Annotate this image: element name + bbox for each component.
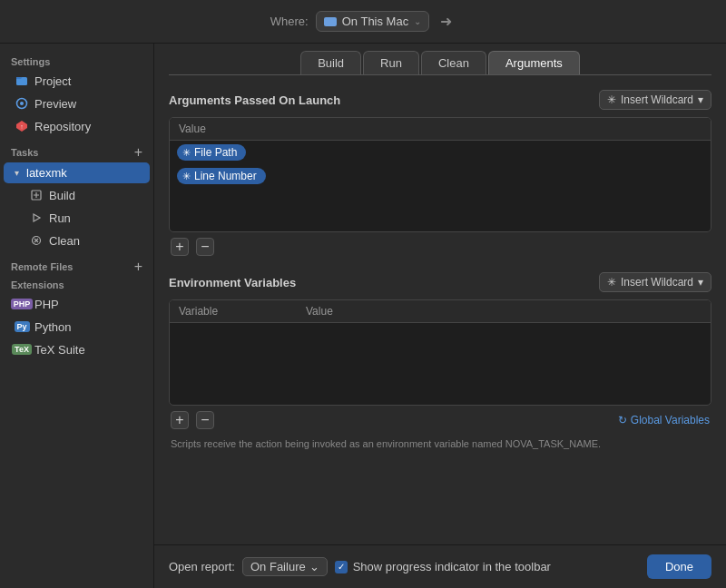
sidebar-preview-label: Preview xyxy=(34,97,76,111)
inner-content: Arguments Passed On Launch ✳ Insert Wild… xyxy=(154,75,726,544)
arg-tag-filepath[interactable]: ✳ File Path xyxy=(177,144,246,161)
wildcard-star-icon: ✳ xyxy=(607,93,616,106)
table-row: ✳ Line Number xyxy=(170,164,711,188)
tab-build[interactable]: Build xyxy=(300,51,361,74)
top-bar: Where: On This Mac ⌄ ➜ xyxy=(0,0,726,44)
content-area: Build Run Clean Arguments Arguments Pass… xyxy=(154,44,726,588)
php-icon: PHP xyxy=(15,297,29,311)
env-value-header: Value xyxy=(306,305,333,318)
on-failure-dropdown[interactable]: On Failure ⌄ xyxy=(242,557,328,576)
add-task-button[interactable]: + xyxy=(134,145,142,160)
remote-files-section-header: Remote Files xyxy=(11,261,73,272)
settings-section-header: Settings xyxy=(0,53,153,69)
tex-icon: TeX xyxy=(15,342,29,357)
latexmk-label: latexmk xyxy=(26,166,67,180)
sidebar-item-repository[interactable]: ↑ Repository xyxy=(4,115,150,137)
arguments-section-title: Arguments Passed On Launch xyxy=(169,93,340,107)
tasks-section-header: Tasks xyxy=(11,147,38,158)
star-icon: ✳ xyxy=(182,171,191,182)
remove-arg-button[interactable]: − xyxy=(196,238,214,256)
chevron-icon: ▾ xyxy=(15,168,19,178)
preview-icon xyxy=(15,96,29,111)
table-row: ✳ File Path xyxy=(170,141,711,164)
env-wildcard-chevron-icon: ▾ xyxy=(698,276,703,289)
where-dropdown[interactable]: On This Mac ⌄ xyxy=(316,11,429,32)
add-env-button[interactable]: + xyxy=(171,411,189,429)
build-label: Build xyxy=(49,189,75,202)
add-arg-button[interactable]: + xyxy=(171,238,189,256)
run-icon xyxy=(29,211,44,225)
env-section-title: Environment Variables xyxy=(169,276,296,289)
tab-arguments[interactable]: Arguments xyxy=(488,51,580,74)
insert-wildcard-button[interactable]: ✳ Insert Wildcard ▾ xyxy=(599,90,711,110)
sidebar-item-php[interactable]: PHP PHP xyxy=(4,293,150,315)
sidebar-item-preview[interactable]: Preview xyxy=(4,93,150,114)
wildcard-chevron-icon: ▾ xyxy=(698,93,703,106)
remove-env-button[interactable]: − xyxy=(196,411,214,429)
sidebar-item-build[interactable]: Build xyxy=(4,184,150,206)
main-layout: Settings Project Preview xyxy=(0,44,726,588)
done-button[interactable]: Done xyxy=(647,554,711,579)
build-icon xyxy=(29,188,44,202)
tabs-bar: Build Run Clean Arguments xyxy=(154,44,726,74)
args-table-controls: + − xyxy=(169,232,711,261)
sidebar-item-latexmk[interactable]: ▾ latexmk xyxy=(4,162,150,183)
sidebar-project-label: Project xyxy=(34,74,71,88)
python-icon: Py xyxy=(15,319,29,334)
sidebar-repository-label: Repository xyxy=(34,120,91,133)
scripts-note: Scripts receive the action being invoked… xyxy=(169,438,711,449)
env-wildcard-star-icon: ✳ xyxy=(607,276,616,289)
php-label: PHP xyxy=(34,298,59,311)
sidebar-item-python[interactable]: Py Python xyxy=(4,316,150,338)
bottom-bar: Open report: On Failure ⌄ ✓ Show progres… xyxy=(154,544,726,588)
python-label: Python xyxy=(34,320,71,334)
repo-icon: ↑ xyxy=(15,119,29,133)
tab-clean[interactable]: Clean xyxy=(421,51,486,74)
env-table-header: Variable Value xyxy=(170,300,711,323)
clean-icon xyxy=(29,233,44,248)
mac-icon xyxy=(324,17,337,26)
sidebar-item-clean[interactable]: Clean xyxy=(4,230,150,251)
sidebar-item-run[interactable]: Run xyxy=(4,207,150,229)
global-variables-button[interactable]: ↻ Global Variables xyxy=(618,414,710,426)
args-table-header: Value xyxy=(170,118,711,141)
env-table-body xyxy=(170,323,711,405)
folder-icon xyxy=(15,74,29,88)
svg-text:↑: ↑ xyxy=(20,123,24,130)
env-insert-wildcard-button[interactable]: ✳ Insert Wildcard ▾ xyxy=(599,272,711,292)
show-progress-row: ✓ Show progress indicator in the toolbar xyxy=(335,560,551,573)
nav-forward-icon[interactable]: ➜ xyxy=(437,11,456,32)
tex-label: TeX Suite xyxy=(34,343,85,357)
chevron-down-icon: ⌄ xyxy=(414,16,421,26)
arguments-section-header-row: Arguments Passed On Launch ✳ Insert Wild… xyxy=(169,90,711,110)
args-value-header: Value xyxy=(179,122,206,135)
env-table: Variable Value xyxy=(169,299,711,406)
sidebar-item-tex[interactable]: TeX TeX Suite xyxy=(4,338,150,360)
env-section-header-row: Environment Variables ✳ Insert Wildcard … xyxy=(169,272,711,292)
arg-tag-linenumber[interactable]: ✳ Line Number xyxy=(177,168,266,184)
location-text: On This Mac xyxy=(342,15,408,28)
env-section: Environment Variables ✳ Insert Wildcard … xyxy=(169,272,711,449)
tab-run[interactable]: Run xyxy=(363,51,419,74)
tasks-header: Tasks + xyxy=(0,138,153,162)
args-table-body: ✳ File Path ✳ Line Number xyxy=(170,141,711,231)
env-variable-header: Variable xyxy=(179,305,306,318)
show-progress-checkbox[interactable]: ✓ xyxy=(335,561,348,573)
svg-marker-6 xyxy=(34,214,40,221)
open-report-row: Open report: On Failure ⌄ ✓ Show progres… xyxy=(169,557,551,576)
open-report-label: Open report: xyxy=(169,560,235,573)
extensions-section-header: Extensions xyxy=(0,276,153,292)
on-failure-chevron-icon: ⌄ xyxy=(309,560,319,573)
remote-files-header: Remote Files + xyxy=(0,252,153,276)
add-remote-file-button[interactable]: + xyxy=(134,260,142,274)
star-icon: ✳ xyxy=(182,147,191,159)
run-label: Run xyxy=(49,211,71,225)
where-label: Where: xyxy=(270,15,309,28)
sidebar-item-project[interactable]: Project xyxy=(4,70,150,92)
arguments-table: Value ✳ File Path ✳ Line Number xyxy=(169,117,711,232)
sidebar: Settings Project Preview xyxy=(0,44,154,588)
svg-point-2 xyxy=(20,102,24,105)
env-controls-row: + − ↻ Global Variables xyxy=(169,406,711,435)
global-vars-icon: ↻ xyxy=(618,414,627,426)
clean-label: Clean xyxy=(49,234,80,248)
